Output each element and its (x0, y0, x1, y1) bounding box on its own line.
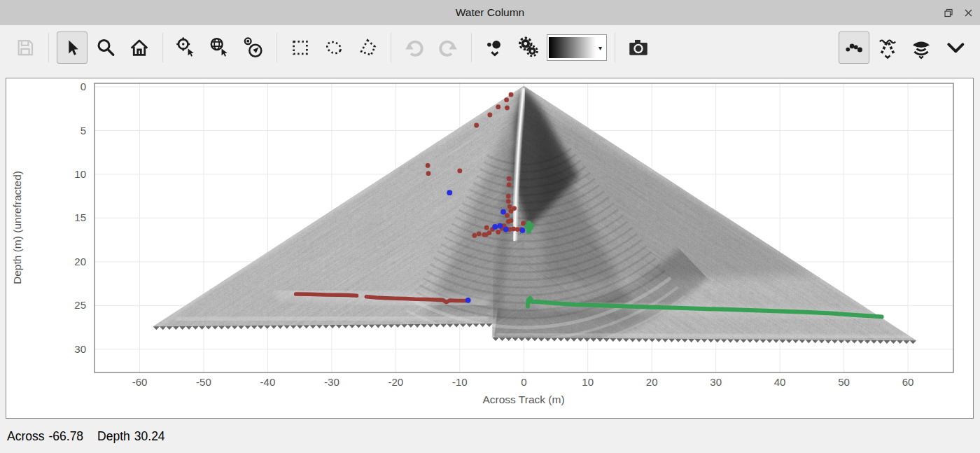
points-view-button[interactable] (839, 32, 869, 64)
x-tick-label: 10 (582, 376, 594, 388)
compass-pick-icon (241, 36, 265, 60)
seafloor-track-port-a (296, 294, 357, 295)
x-tick-label: 20 (646, 376, 658, 388)
water-column-view-panel: -60-50-40-30-20-100102030405060051015202… (6, 78, 974, 419)
y-tick-label: 5 (80, 125, 86, 137)
save-button[interactable] (10, 32, 41, 64)
window-controls (942, 0, 974, 25)
cursor-arrow-icon (62, 38, 82, 57)
redo-icon (436, 36, 460, 60)
x-tick-label: -40 (260, 376, 276, 388)
y-tick-label: 25 (74, 299, 86, 311)
status-bar: Across -66.78 Depth 30.24 (0, 419, 980, 453)
x-tick-label: 50 (838, 376, 850, 388)
scatter-points-icon (844, 37, 864, 58)
x-tick-label: -30 (324, 376, 340, 388)
status-across-value: -66.78 (48, 429, 83, 444)
chevron-down-icon (944, 36, 966, 59)
point-display-options-button[interactable] (479, 32, 510, 64)
pick-compass-button[interactable] (238, 32, 269, 64)
x-tick-label: 0 (521, 376, 526, 388)
home-view-button[interactable] (124, 32, 155, 64)
status-depth-value: 30.24 (134, 429, 165, 444)
close-icon (963, 8, 974, 18)
select-ellipse-button[interactable] (318, 32, 349, 64)
window-title: Water Column (456, 6, 524, 19)
undo-button[interactable] (399, 32, 430, 64)
colormap-gradient (549, 37, 596, 58)
x-tick-label: 30 (710, 376, 722, 388)
x-tick-label: -60 (132, 376, 148, 388)
y-tick-label: 0 (80, 81, 86, 92)
point-size-dropdown-icon (483, 36, 507, 60)
water-column-plot[interactable]: -60-50-40-30-20-100102030405060051015202… (6, 78, 973, 418)
beams-view-button[interactable] (872, 32, 903, 64)
y-tick-label: 10 (74, 168, 86, 180)
toolbar-separator (391, 33, 391, 62)
expand-toolbar-button[interactable] (939, 32, 970, 64)
snapshot-button[interactable] (623, 32, 654, 64)
beams-dropdown-icon (876, 36, 899, 60)
toolbar-separator (276, 33, 277, 62)
x-tick-label: 40 (774, 376, 786, 388)
float-window-button[interactable] (942, 6, 955, 19)
status-depth-label: Depth (97, 429, 130, 444)
save-icon (15, 37, 36, 58)
swath-arcs-dropdown-icon (909, 36, 933, 60)
y-tick-label: 15 (74, 211, 86, 223)
colormap-dropdown-arrow-icon[interactable]: ▾ (596, 44, 605, 52)
select-rectangle-button[interactable] (285, 32, 316, 64)
x-tick-label: -10 (452, 376, 468, 388)
undo-icon (402, 36, 426, 60)
x-tick-label: -20 (388, 376, 403, 388)
x-tick-label: 60 (902, 376, 914, 388)
swath-view-button[interactable] (906, 32, 937, 64)
toolbar-separator (48, 33, 49, 62)
pick-geo-button[interactable] (204, 32, 235, 64)
toolbar-separator (615, 33, 615, 62)
y-tick-label: 20 (74, 256, 86, 267)
x-axis-title: Across Track (m) (482, 393, 564, 405)
y-tick-label: 30 (74, 343, 86, 355)
colormap-selector[interactable]: ▾ (547, 34, 607, 61)
pick-point-button[interactable] (171, 32, 202, 64)
toolbar-separator (471, 33, 472, 62)
crosshair-pick-icon (174, 36, 198, 60)
globe-pick-icon (208, 36, 232, 60)
float-window-icon (943, 7, 954, 18)
settings-button[interactable] (513, 32, 544, 64)
home-icon (128, 36, 150, 59)
water-column-fan-image (6, 78, 973, 418)
dashed-rectangle-icon (290, 37, 311, 58)
status-across-label: Across (7, 429, 44, 444)
window-title-bar[interactable]: Water Column (0, 0, 980, 25)
camera-icon (626, 36, 650, 60)
select-polygon-button[interactable] (352, 32, 383, 64)
y-axis-title: Depth (m) (unrefracted) (11, 171, 23, 284)
close-window-button[interactable] (962, 6, 974, 19)
zoom-button[interactable] (90, 32, 121, 64)
magnifier-icon (95, 37, 116, 58)
dashed-polygon-icon (357, 37, 378, 58)
gears-icon (517, 36, 540, 60)
toolbar-separator (162, 33, 163, 62)
redo-button[interactable] (433, 32, 463, 64)
dashed-ellipse-icon (323, 37, 344, 58)
toolbar: ▾ (0, 25, 980, 70)
select-cursor-button[interactable] (57, 32, 88, 64)
x-tick-label: -50 (196, 376, 211, 388)
